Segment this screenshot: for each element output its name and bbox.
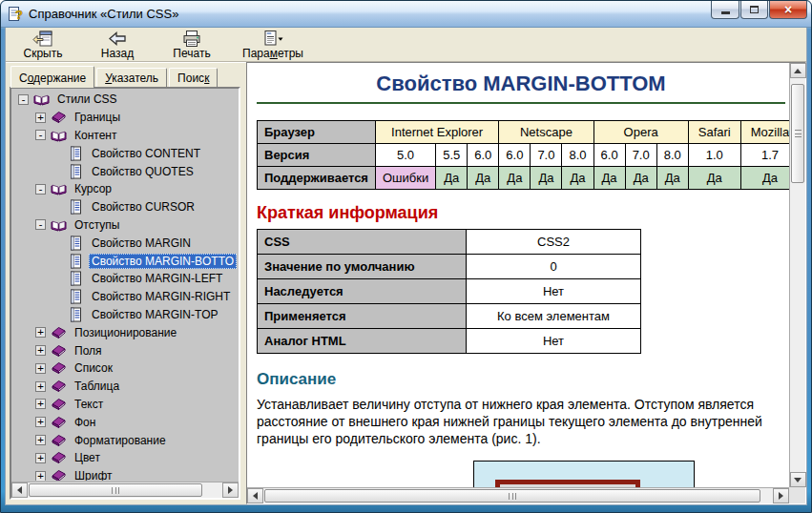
info-label-cell: Применяется xyxy=(258,304,467,329)
page-icon xyxy=(68,199,84,215)
toolbar-button-options[interactable]: Параметры xyxy=(235,30,311,61)
scroll-right-button[interactable] xyxy=(222,482,239,498)
collapse-minus-icon[interactable]: - xyxy=(18,94,29,105)
topic-horizontal-scrollbar[interactable] xyxy=(247,487,789,503)
version-cell: 6.0 xyxy=(499,144,531,167)
topic-hscroll-thumb[interactable] xyxy=(264,489,760,503)
tree-item-label: Текст xyxy=(72,397,106,412)
info-value-cell: Нет xyxy=(467,279,641,304)
tree-item[interactable]: Свойство MARGIN-RIGHT xyxy=(12,288,238,306)
book-closed-icon xyxy=(51,415,67,430)
close-button[interactable]: × xyxy=(769,1,807,19)
tree-item[interactable]: Свойство MARGIN xyxy=(12,234,238,252)
tab-contents[interactable]: Содержание xyxy=(10,66,94,88)
expand-plus-icon[interactable]: + xyxy=(35,399,46,409)
expand-plus-icon[interactable]: + xyxy=(35,435,46,445)
tree-item[interactable]: Свойство MARGIN-BOTTO xyxy=(12,252,238,270)
tree-item-label: Список xyxy=(72,360,115,376)
collapse-minus-icon[interactable]: - xyxy=(35,130,46,140)
scroll-left-button[interactable] xyxy=(11,482,28,498)
tree-item[interactable]: Свойство CURSOR xyxy=(12,198,238,216)
book-closed-icon xyxy=(51,397,67,412)
tree-item-label: Шрифт xyxy=(72,468,115,481)
title-bar[interactable]: ? Справочник «Стили CSS» × xyxy=(1,1,811,28)
diagram-border-box xyxy=(495,480,640,487)
support-cell: Да xyxy=(562,167,593,190)
topic-vscroll-thumb[interactable] xyxy=(791,84,804,183)
tree-item[interactable]: -Отступы xyxy=(12,216,238,235)
tree-item[interactable]: +Позиционирование xyxy=(12,323,238,341)
tab-index[interactable]: Указатель xyxy=(96,68,167,87)
thumb-grip xyxy=(795,130,802,137)
tree-item[interactable]: Свойство MARGIN-TOP xyxy=(12,306,238,324)
print-icon xyxy=(181,30,202,48)
maximize-icon xyxy=(750,6,759,13)
expand-plus-icon[interactable]: + xyxy=(35,363,46,374)
main-split: СодержаниеУказательПоиск -Стили CSS+Гран… xyxy=(6,62,806,504)
version-row-label: Версия xyxy=(258,144,376,167)
scroll-left-icon xyxy=(17,486,22,494)
tree-item[interactable]: +Форматирование xyxy=(12,431,238,449)
scroll-left-button[interactable] xyxy=(247,488,263,503)
description-heading: Описание xyxy=(257,370,785,389)
tree-item[interactable]: +Текст xyxy=(12,396,238,414)
expand-plus-icon[interactable]: + xyxy=(35,417,46,427)
expand-plus-icon[interactable]: + xyxy=(35,453,46,463)
minimize-button[interactable] xyxy=(711,1,739,19)
expand-plus-icon[interactable]: + xyxy=(35,345,46,356)
support-cell: Да xyxy=(468,167,499,190)
maximize-button[interactable] xyxy=(740,1,768,19)
collapse-minus-icon[interactable]: - xyxy=(35,184,46,195)
tree-horizontal-scrollbar[interactable] xyxy=(11,482,239,498)
collapse-minus-icon[interactable]: - xyxy=(35,219,46,230)
book-closed-icon xyxy=(51,433,67,448)
info-label-cell: Аналог HTML xyxy=(258,329,467,354)
topic-pane: Свойство MARGIN-BOTTOM БраузерInternet E… xyxy=(246,62,806,504)
expand-plus-icon[interactable]: + xyxy=(35,113,46,123)
expand-plus-icon[interactable]: + xyxy=(35,327,46,338)
window-controls: × xyxy=(710,1,807,19)
tree-item[interactable]: +Таблица xyxy=(12,378,238,396)
tree-item-label: Свойство QUOTES xyxy=(89,164,197,179)
book-closed-icon xyxy=(51,468,67,481)
toolbar-button-hide[interactable]: Скрыть xyxy=(11,30,74,61)
topic-vertical-scrollbar[interactable] xyxy=(789,63,805,487)
toolbar-button-back[interactable]: Назад xyxy=(86,30,149,61)
version-cell: 1.7 xyxy=(740,144,789,167)
version-cell: 1.0 xyxy=(688,144,740,167)
tree-item[interactable]: +Список xyxy=(12,359,238,378)
tree-item[interactable]: +Шрифт xyxy=(12,467,238,481)
tree-item[interactable]: Свойство QUOTES xyxy=(12,162,238,180)
scroll-down-button[interactable] xyxy=(790,472,806,487)
scroll-right-button[interactable] xyxy=(773,488,789,503)
tree-item-label: Свойство MARGIN-RIGHT xyxy=(89,289,233,304)
scrollbar-corner xyxy=(789,487,805,503)
toolbar-button-print[interactable]: Печать xyxy=(160,30,223,61)
page-icon xyxy=(68,254,84,269)
tree-item-label: Свойство MARGIN-LEFT xyxy=(89,271,225,286)
page-title: Свойство MARGIN-BOTTOM xyxy=(257,72,785,96)
tree-item[interactable]: +Границы xyxy=(12,109,238,127)
tree-item-label: Свойство MARGIN-TOP xyxy=(89,307,220,322)
help-file-icon: ? xyxy=(8,6,24,22)
tree-item[interactable]: Свойство MARGIN-LEFT xyxy=(12,270,238,288)
tree-item[interactable]: Свойство CONTENT xyxy=(12,144,238,162)
browser-name-cell: Internet Explorer xyxy=(375,121,498,144)
expand-plus-icon[interactable]: + xyxy=(35,381,46,392)
expand-plus-icon[interactable]: + xyxy=(35,471,46,481)
page-icon xyxy=(68,146,84,161)
tree-item[interactable]: +Фон xyxy=(12,413,238,431)
tree-item[interactable]: -Контент xyxy=(12,127,238,145)
support-cell: Да xyxy=(688,167,740,190)
tree-item[interactable]: +Поля xyxy=(12,341,238,359)
scroll-up-button[interactable] xyxy=(790,63,806,78)
tree-item[interactable]: +Цвет xyxy=(12,449,238,467)
book-closed-icon xyxy=(51,343,67,359)
tree-hscroll-thumb[interactable] xyxy=(29,483,202,497)
tree-item[interactable]: -Стили CSS xyxy=(12,91,238,109)
tree-item[interactable]: -Курсор xyxy=(12,180,238,198)
tab-search[interactable]: Поиск xyxy=(169,68,218,87)
toolbar: СкрытьНазадПечатьПараметры xyxy=(6,28,806,62)
info-label-cell: CSS xyxy=(258,230,467,255)
tree-item-label: Поля xyxy=(72,343,105,359)
